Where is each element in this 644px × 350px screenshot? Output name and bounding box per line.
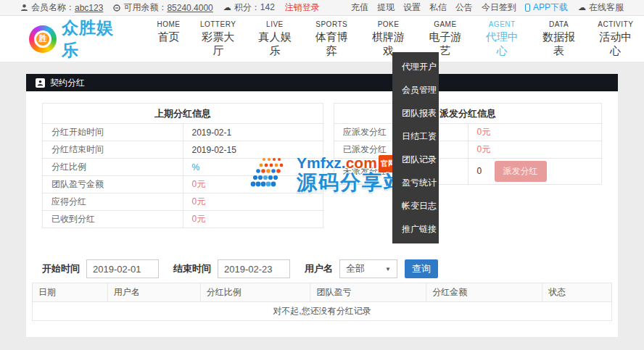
dropdown-item-profit-loss-stats[interactable]: 盈亏统计 [392, 171, 439, 194]
topbar-left: 会员名称： abc123 可用余额： 85240.4000 ☁ 积分：142 注… [20, 1, 320, 14]
page: 会员名称： abc123 可用余额： 85240.4000 ☁ 积分：142 注… [0, 0, 644, 350]
username-select[interactable]: 全部 ▼ [339, 259, 397, 278]
info-row: 应得分红0元 [43, 193, 323, 211]
person-card-icon [36, 78, 45, 88]
col-dividend-amount: 分红金额 [426, 283, 542, 302]
daily-checkin-link[interactable]: 今日签到 [482, 1, 516, 14]
dropdown-item-account-change-log[interactable]: 帐变日志 [392, 194, 439, 217]
withdraw-link[interactable]: 提现 [377, 1, 395, 14]
balance-info: 可用余额： 85240.4000 [113, 1, 212, 14]
nav-item-lottery[interactable]: LOTTERY彩票大厅 [189, 20, 246, 58]
filter-row: 开始时间 结束时间 用户名 全部 ▼ 查询 [42, 259, 438, 278]
user-icon [20, 4, 28, 12]
col-status: 状态 [542, 283, 612, 302]
watermark-title: 源码分享站 [297, 172, 405, 193]
dropdown-item-agent-open-account[interactable]: 代理开户 [392, 55, 439, 78]
service-cloud-icon: ☁ [578, 3, 586, 12]
distribute-title: 派发分红信息 [334, 104, 602, 124]
customer-service[interactable]: ☁ 在线客服 [578, 1, 624, 14]
panel-header: 契约分红 [26, 74, 618, 91]
recharge-link[interactable]: 充值 [351, 1, 368, 14]
contract-dividend-panel: 契约分红 上期分红信息 分红开始时间2019-02-1 分红结束时间2019-0… [26, 74, 618, 337]
logout-link[interactable]: 注销登录 [285, 1, 320, 14]
info-row: 应派发分红0元 [334, 124, 602, 141]
nav-item-home[interactable]: HOME首页 [147, 20, 189, 58]
chevron-down-icon: ▼ [385, 266, 391, 272]
info-row: 分红开始时间2019-02-1 [43, 124, 323, 141]
balance-label: 可用余额： [123, 1, 167, 14]
brand[interactable]: 胜 众胜娱乐 [29, 17, 130, 62]
dropdown-item-team-report[interactable]: 团队报表 [392, 101, 439, 125]
dropdown-item-member-management[interactable]: 会员管理 [392, 78, 439, 101]
announcement-link[interactable]: 公告 [455, 1, 473, 14]
panel-title: 契约分红 [50, 77, 85, 89]
private-message-link[interactable]: 私信 [429, 1, 447, 14]
watermark-site-name: Ymfxz.com官网 [297, 155, 405, 172]
agent-dropdown-menu: 代理开户 会员管理 团队报表 日结工资 团队记录 盈亏统计 帐变日志 推广链接 [392, 52, 439, 243]
info-row: 已收到分红0元 [43, 211, 323, 228]
phone-icon [525, 4, 530, 12]
search-button[interactable]: 查询 [405, 259, 438, 278]
navbar: 胜 众胜娱乐 HOME首页 LOTTERY彩票大厅 LIVE真人娱乐 SPORT… [0, 16, 644, 62]
customer-service-link[interactable]: 在线客服 [589, 1, 624, 14]
points-info: ☁ 积分：142 [223, 1, 275, 14]
nav-item-activity[interactable]: ACTIVITY活动中心 [587, 20, 644, 58]
undistributed-amount: 0 [477, 166, 482, 176]
member-label: 会员名称： [31, 1, 75, 14]
watermark-dots-icon [249, 155, 294, 191]
nav-item-sports[interactable]: SPORTS体育博弈 [303, 20, 360, 58]
nav-item-data[interactable]: DATA数据报表 [530, 20, 587, 58]
dropdown-item-team-records[interactable]: 团队记录 [392, 148, 439, 171]
app-download-link[interactable]: APP下载 [533, 1, 568, 14]
balance-value-link[interactable]: 85240.4000 [167, 3, 212, 13]
nav-item-agent[interactable]: AGENT代理中心 [474, 20, 530, 58]
app-download[interactable]: APP下载 [525, 1, 568, 14]
points-label: 积分：142 [234, 1, 275, 14]
empty-message: 对不起,您还没有分红记录 [33, 302, 612, 321]
dividend-records-table: 日期 用户名 分红比例 团队盈亏 分红金额 状态 对不起,您还没有分红记录 [32, 283, 612, 321]
brand-logo-icon: 胜 [29, 25, 57, 53]
dropdown-item-daily-wage[interactable]: 日结工资 [392, 125, 439, 148]
start-date-input[interactable] [86, 259, 159, 278]
end-date-input[interactable] [218, 259, 290, 278]
records-header-row: 日期 用户名 分红比例 团队盈亏 分红金额 状态 [33, 283, 612, 302]
nav-item-live[interactable]: LIVE真人娱乐 [247, 20, 303, 58]
distribute-dividend-button[interactable]: 派发分红 [495, 161, 547, 182]
cloud-icon: ☁ [223, 3, 231, 12]
username-label: 用户名 [305, 262, 333, 275]
topbar-right: 充值 提现 设置 私信 公告 今日签到 APP下载 ☁ 在线客服 [351, 1, 624, 14]
dropdown-item-promo-link[interactable]: 推广链接 [392, 217, 439, 241]
end-date-label: 结束时间 [173, 262, 211, 275]
brand-name: 众胜娱乐 [62, 17, 130, 62]
watermark-text: Ymfxz.com官网 源码分享站 [297, 155, 405, 193]
start-date-label: 开始时间 [42, 262, 80, 275]
col-date: 日期 [33, 283, 108, 302]
username-select-value: 全部 [346, 262, 365, 275]
col-dividend-ratio: 分红比例 [200, 283, 310, 302]
watermark: Ymfxz.com官网 源码分享站 [249, 155, 405, 193]
member-info: 会员名称： abc123 [20, 1, 103, 14]
settings-link[interactable]: 设置 [403, 1, 421, 14]
coin-icon [113, 4, 120, 12]
col-username: 用户名 [107, 283, 200, 302]
last-period-title: 上期分红信息 [43, 104, 323, 124]
empty-row: 对不起,您还没有分红记录 [33, 302, 612, 321]
brand-logo-badge: 胜 [34, 30, 51, 48]
col-team-profit-loss: 团队盈亏 [310, 283, 426, 302]
member-name-link[interactable]: abc123 [75, 3, 103, 13]
topbar: 会员名称： abc123 可用余额： 85240.4000 ☁ 积分：142 注… [0, 0, 644, 16]
